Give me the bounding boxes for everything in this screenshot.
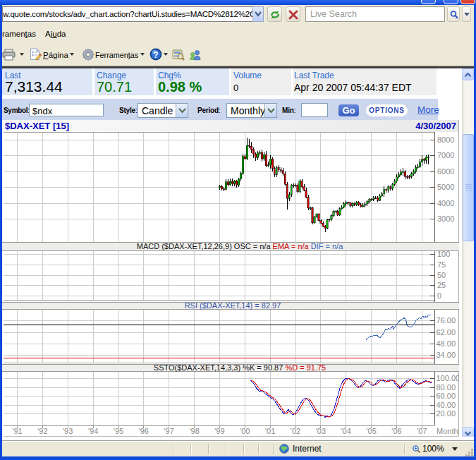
svg-text:34.00: 34.00 xyxy=(437,351,456,359)
svg-text:'92: '92 xyxy=(37,427,47,435)
svg-text:'91: '91 xyxy=(12,427,22,435)
svg-text:'96: '96 xyxy=(139,427,149,435)
svg-text:40.00: 40.00 xyxy=(437,401,456,409)
svg-text:50: 50 xyxy=(437,271,446,279)
svg-text:'06: '06 xyxy=(391,427,401,435)
svg-text:SSTO($DAX-XET,14,3,3) %K = 90.: SSTO($DAX-XET,14,3,3) %K = 90.87 %D = 91… xyxy=(154,363,326,372)
svg-text:60.00: 60.00 xyxy=(437,392,456,400)
svg-text:'03: '03 xyxy=(316,427,326,435)
svg-text:8000: 8000 xyxy=(437,135,454,144)
svg-text:48.00: 48.00 xyxy=(437,339,456,348)
svg-text:'93: '93 xyxy=(63,427,73,435)
svg-text:3000: 3000 xyxy=(437,214,454,223)
svg-text:4000: 4000 xyxy=(437,199,454,207)
svg-text:'94: '94 xyxy=(88,427,98,435)
svg-text:'95: '95 xyxy=(114,427,123,435)
svg-text:6000: 6000 xyxy=(437,167,454,176)
svg-text:20.00: 20.00 xyxy=(437,409,456,418)
svg-text:'98: '98 xyxy=(189,427,199,435)
svg-text:0: 0 xyxy=(437,291,441,300)
svg-text:7000: 7000 xyxy=(437,151,454,159)
svg-text:100: 100 xyxy=(437,250,450,258)
svg-text:'04: '04 xyxy=(341,427,351,435)
svg-text:'99: '99 xyxy=(214,427,224,435)
svg-text:'97: '97 xyxy=(164,427,174,435)
svg-text:RSI ($DAX-XET,14) = 82.97: RSI ($DAX-XET,14) = 82.97 xyxy=(185,301,281,310)
svg-text:76.00: 76.00 xyxy=(437,316,456,325)
svg-text:'02: '02 xyxy=(291,427,300,435)
svg-text:'05: '05 xyxy=(366,427,376,435)
svg-text:80.00: 80.00 xyxy=(437,383,456,392)
svg-text:'00: '00 xyxy=(240,427,250,435)
svg-text:'07: '07 xyxy=(417,427,427,435)
svg-text:'01: '01 xyxy=(265,427,275,435)
svg-text:62.00: 62.00 xyxy=(437,328,456,337)
svg-text:75: 75 xyxy=(437,260,446,269)
svg-text:5000: 5000 xyxy=(437,183,454,191)
svg-text:100.00: 100.00 xyxy=(437,374,460,382)
svg-text:Month: Month xyxy=(437,427,458,435)
svg-text:?: ? xyxy=(153,50,158,60)
svg-text:25: 25 xyxy=(437,281,446,289)
svg-text:MACD ($DAX-XET,12,26,9) OSC =: MACD ($DAX-XET,12,26,9) OSC = n/a EMA = … xyxy=(137,242,343,250)
